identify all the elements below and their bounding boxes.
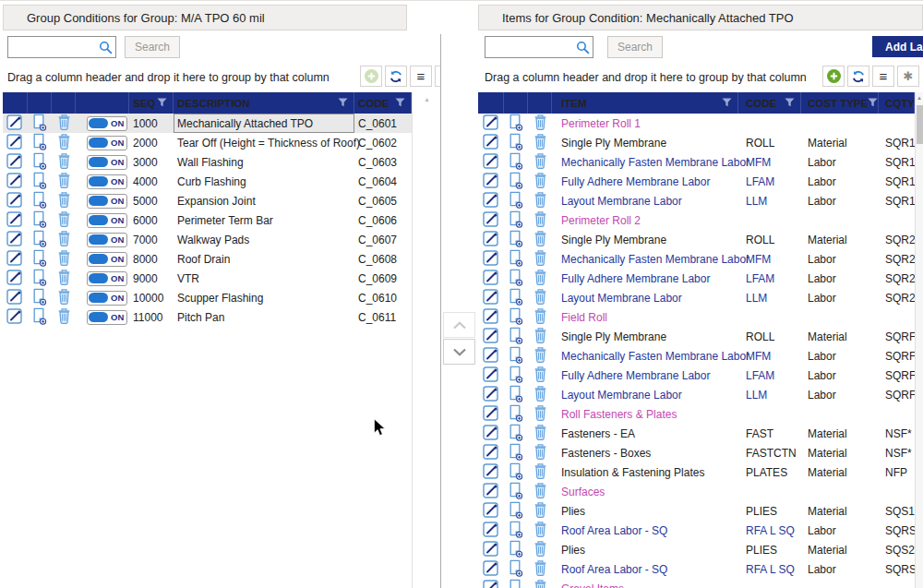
delete-button[interactable] — [528, 424, 552, 443]
copy-add-button[interactable] — [504, 327, 528, 346]
table-row[interactable]: Plies PLIES Material SQS2 — [478, 540, 915, 559]
copy-add-button[interactable] — [504, 540, 528, 559]
scroll-up-icon[interactable]: ▴ — [916, 92, 923, 103]
delete-button[interactable] — [528, 482, 552, 501]
toggle-switch[interactable]: ON — [87, 136, 127, 150]
copy-add-button[interactable] — [504, 579, 528, 588]
code-cell[interactable]: C_0606 — [354, 210, 412, 230]
cqty-cell[interactable]: SQS2 — [879, 540, 915, 559]
edit-button[interactable] — [478, 191, 504, 210]
description-cell[interactable]: Pitch Pan — [174, 307, 354, 327]
cqty-cell[interactable]: NSF* — [879, 443, 915, 462]
toggle-switch[interactable]: ON — [87, 233, 127, 247]
code-cell[interactable]: C_0610 — [354, 288, 412, 307]
item-cell[interactable]: Single Ply Membrane — [552, 230, 738, 249]
filter-icon[interactable] — [338, 98, 348, 109]
cost-type-cell[interactable]: Labor — [801, 269, 879, 288]
cqty-cell[interactable]: SQRF — [879, 346, 915, 366]
cqty-cell[interactable] — [879, 579, 915, 588]
table-row[interactable]: Insulation & Fastening Plates PLATES Mat… — [478, 462, 915, 482]
item-cell[interactable]: Plies — [552, 501, 738, 521]
cqty-cell[interactable]: SQS1 — [879, 501, 915, 521]
cqty-cell[interactable]: SQR1 — [879, 191, 915, 210]
delete-button[interactable] — [528, 385, 552, 404]
cqty-cell[interactable] — [879, 307, 915, 327]
edit-button[interactable] — [478, 307, 504, 327]
code-cell[interactable]: LFAM — [738, 172, 801, 191]
delete-button[interactable] — [52, 172, 76, 191]
code-cell[interactable]: C_0611 — [354, 307, 412, 327]
cqty-cell[interactable]: NSF* — [879, 424, 915, 443]
delete-button[interactable] — [528, 249, 552, 269]
code-cell[interactable] — [738, 404, 801, 424]
search-button[interactable]: Search — [607, 36, 663, 58]
delete-button[interactable] — [528, 172, 552, 191]
code-cell[interactable]: ROLL — [738, 133, 801, 152]
code-cell[interactable]: C_0605 — [354, 191, 412, 210]
delete-button[interactable] — [528, 210, 552, 230]
delete-button[interactable] — [528, 404, 552, 424]
cost-type-cell[interactable]: Material — [801, 540, 879, 559]
refresh-button[interactable] — [847, 66, 869, 87]
edit-button[interactable] — [478, 230, 504, 249]
description-cell[interactable]: VTR — [174, 269, 354, 288]
description-cell[interactable]: Tear Off (Height = Thickness of Roof) — [174, 133, 354, 152]
delete-button[interactable] — [528, 152, 552, 172]
table-row[interactable]: Field Roll — [478, 307, 915, 327]
item-cell[interactable]: Fully Adhere Membrane Labor — [552, 172, 738, 191]
settings-button[interactable]: ✱ — [897, 66, 919, 87]
code-cell[interactable]: C_0601 — [354, 114, 412, 133]
table-row[interactable]: Roll Fasteners & Plates — [478, 404, 915, 424]
cqty-cell[interactable]: SQR2 — [879, 230, 915, 249]
delete-button[interactable] — [528, 559, 552, 579]
edit-button[interactable] — [478, 172, 504, 191]
code-cell[interactable] — [738, 210, 801, 230]
on-toggle[interactable]: ON — [76, 269, 129, 288]
column-header-code[interactable]: CODE — [354, 92, 412, 114]
item-cell[interactable]: Surfaces — [552, 482, 738, 501]
delete-button[interactable] — [528, 346, 552, 366]
cqty-cell[interactable]: SQR1 — [879, 133, 915, 152]
add-row-button[interactable] — [360, 66, 382, 87]
copy-add-button[interactable] — [504, 249, 528, 269]
code-cell[interactable]: LLM — [738, 288, 801, 307]
seq-cell[interactable]: 4000 — [129, 172, 174, 191]
toggle-switch[interactable]: ON — [87, 310, 127, 325]
cqty-cell[interactable]: NFP — [879, 462, 915, 482]
delete-button[interactable] — [52, 307, 76, 327]
description-cell[interactable]: Mechanically Attached TPO — [174, 114, 354, 133]
copy-add-button[interactable] — [28, 230, 52, 249]
edit-button[interactable] — [478, 521, 504, 540]
code-cell[interactable]: LLM — [738, 191, 801, 210]
delete-button[interactable] — [52, 133, 76, 152]
cost-type-cell[interactable]: Labor — [801, 521, 879, 540]
edit-button[interactable] — [478, 579, 504, 588]
toggle-switch[interactable]: ON — [87, 116, 127, 131]
table-row[interactable]: Single Ply Membrane ROLL Material SQR2 — [478, 230, 915, 249]
copy-add-button[interactable] — [504, 559, 528, 579]
description-cell[interactable]: Scupper Flashing — [174, 288, 354, 307]
copy-add-button[interactable] — [504, 443, 528, 462]
cost-type-cell[interactable]: Material — [801, 462, 879, 482]
item-cell[interactable]: Perimeter Roll 1 — [552, 114, 738, 133]
seq-cell[interactable]: 6000 — [129, 210, 174, 230]
table-row[interactable]: ON 9000 VTR C_0609 — [3, 269, 412, 288]
table-row[interactable]: Roof Area Labor - SQ RFA L SQ Labor SQRS — [478, 521, 915, 540]
edit-button[interactable] — [478, 152, 504, 172]
item-cell[interactable]: Insulation & Fastening Plates — [552, 462, 738, 482]
description-cell[interactable]: Expansion Joint — [174, 191, 354, 210]
edit-button[interactable] — [478, 327, 504, 346]
cost-type-cell[interactable]: Material — [801, 443, 879, 462]
code-cell[interactable]: FASTCTN — [738, 443, 801, 462]
copy-add-button[interactable] — [28, 172, 52, 191]
item-cell[interactable]: Field Roll — [552, 307, 738, 327]
edit-button[interactable] — [3, 152, 28, 172]
copy-add-button[interactable] — [504, 307, 528, 327]
edit-button[interactable] — [3, 249, 28, 269]
table-row[interactable]: Surfaces — [478, 482, 915, 501]
delete-button[interactable] — [528, 288, 552, 307]
toggle-switch[interactable]: ON — [87, 271, 127, 286]
code-cell[interactable]: LLM — [738, 385, 801, 404]
cost-type-cell[interactable]: Labor — [801, 249, 879, 269]
toggle-switch[interactable]: ON — [87, 291, 127, 306]
